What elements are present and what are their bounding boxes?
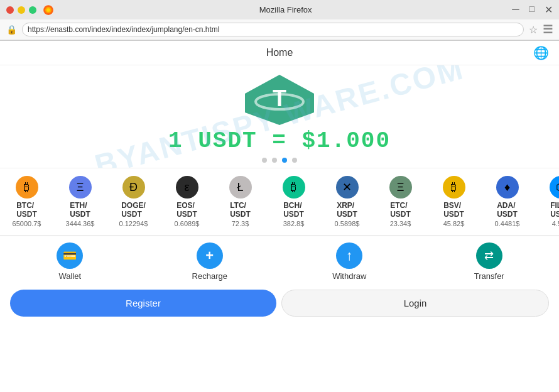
nav-circle-3: ⇄ <box>476 242 502 269</box>
tether-logo: T <box>242 72 317 128</box>
crypto-price: 65000.7$ <box>13 220 41 227</box>
dot-4[interactable] <box>292 158 297 163</box>
crypto-price: 0.5898$ <box>335 220 360 227</box>
crypto-item[interactable]: Ł LTC/USDT 72.3$ <box>214 173 267 230</box>
crypto-item[interactable]: Ξ ETH/USDT 3444.36$ <box>53 173 107 230</box>
crypto-item[interactable]: ₿ BCH/USDT 382.8$ <box>267 173 320 230</box>
crypto-price: 4.59$ <box>552 220 559 227</box>
crypto-icon: ♦ <box>496 176 519 199</box>
svg-text:T: T <box>273 85 286 111</box>
bookmark-icon[interactable]: ☆ <box>529 24 538 36</box>
dot-2[interactable] <box>272 158 277 163</box>
crypto-price: 0.4481$ <box>495 220 520 227</box>
crypto-price: 382.8$ <box>283 220 305 227</box>
crypto-pair: DOGE/USDT <box>121 201 146 219</box>
register-button[interactable]: Register <box>10 290 276 317</box>
crypto-item[interactable]: ₿ BSV/USDT 45.82$ <box>427 173 480 230</box>
nav-label-1: Recharge <box>192 271 227 281</box>
crypto-price: 0.12294$ <box>119 220 148 227</box>
url-input[interactable] <box>22 23 524 36</box>
banner: T 1 USDT = $1.000 <box>0 65 559 168</box>
crypto-icon: Ξ <box>69 176 92 199</box>
banner-text: 1 USDT = $1.000 <box>168 128 391 154</box>
banner-wrapper: T 1 USDT = $1.000 BYANTISPY WARE.COM <box>0 65 559 168</box>
crypto-pair: ADA/USDT <box>497 201 518 219</box>
crypto-pair: XRP/USDT <box>337 201 357 219</box>
crypto-icon: Ð <box>122 176 145 199</box>
window-controls <box>6 6 36 14</box>
crypto-strip: ₿ BTC/USDT 65000.7$ Ξ ETH/USDT 3444.36$ … <box>0 168 559 236</box>
crypto-icon: Ξ <box>389 176 412 199</box>
crypto-icon: Ł <box>229 176 252 199</box>
crypto-pair: ETH/USDT <box>70 201 90 219</box>
nav-item-transfer[interactable]: ⇄ Transfer <box>470 242 508 281</box>
top-nav: Home 🌐 <box>0 41 559 65</box>
crypto-pair: BTC/USDT <box>16 201 37 219</box>
nav-item-recharge[interactable]: + Recharge <box>191 242 229 281</box>
svg-point-2 <box>46 8 50 12</box>
crypto-pair: BSV/USDT <box>443 201 464 219</box>
crypto-pair: LTC/USDT <box>230 201 251 219</box>
dot-1[interactable] <box>262 158 267 163</box>
crypto-pair: FIL/USDT <box>550 201 559 219</box>
crypto-price: 45.82$ <box>443 220 465 227</box>
crypto-pair: BCH/USDT <box>283 201 304 219</box>
minimize-button[interactable] <box>18 6 25 14</box>
minimize-icon[interactable]: ─ <box>512 4 519 16</box>
nav-circle-1: + <box>197 242 223 269</box>
close-button[interactable] <box>6 6 14 14</box>
crypto-icon: ✕ <box>336 176 359 199</box>
title-bar: Mozilla Firefox ─ □ ✕ <box>0 0 559 19</box>
security-icon: 🔒 <box>6 24 17 35</box>
crypto-item[interactable]: ₿ BTC/USDT 65000.7$ <box>0 173 53 230</box>
crypto-item[interactable]: ⬡ FIL/USDT 4.59$ <box>534 173 559 230</box>
maximize-icon[interactable]: □ <box>529 4 535 16</box>
nav-label-3: Transfer <box>474 271 504 281</box>
crypto-price: 3444.36$ <box>66 220 95 227</box>
page-content: Home 🌐 T 1 USDT = $1.000 BYANTISPY WARE.… <box>0 41 559 389</box>
globe-icon[interactable]: 🌐 <box>533 45 549 60</box>
nav-item-withdraw[interactable]: ↑ Withdraw <box>330 242 368 281</box>
banner-dots <box>262 158 297 163</box>
address-bar: 🔒 ☆ ☰ <box>0 19 559 40</box>
menu-icon[interactable]: ☰ <box>543 23 553 36</box>
close-icon[interactable]: ✕ <box>545 4 553 16</box>
login-button[interactable]: Login <box>281 290 549 317</box>
crypto-price: 72.3$ <box>232 220 249 227</box>
action-buttons: Register Login <box>0 285 559 322</box>
crypto-item[interactable]: ✕ XRP/USDT 0.5898$ <box>320 173 374 230</box>
nav-label-0: Wallet <box>58 271 81 281</box>
crypto-icon: ε <box>176 176 198 199</box>
nav-label-2: Withdraw <box>332 271 366 281</box>
browser-title: Mozilla Firefox <box>59 5 512 14</box>
crypto-icon: ₿ <box>443 176 465 199</box>
crypto-pair: EOS/USDT <box>176 201 197 219</box>
crypto-item[interactable]: ε EOS/USDT 0.6089$ <box>160 173 214 230</box>
crypto-item[interactable]: Ð DOGE/USDT 0.12294$ <box>107 173 160 230</box>
bottom-nav: 💳 Wallet + Recharge ↑ Withdraw ⇄ Transfe… <box>0 236 559 285</box>
crypto-icon: ₿ <box>16 176 38 199</box>
crypto-item[interactable]: ♦ ADA/USDT 0.4481$ <box>480 173 534 230</box>
nav-item-wallet[interactable]: 💳 Wallet <box>51 242 89 281</box>
crypto-price: 23.34$ <box>390 220 411 227</box>
nav-circle-2: ↑ <box>336 242 362 269</box>
page-title: Home <box>266 47 293 58</box>
crypto-icon: ₿ <box>283 176 305 199</box>
maximize-button[interactable] <box>29 6 36 14</box>
crypto-price: 0.6089$ <box>175 220 200 227</box>
crypto-icon: ⬡ <box>550 176 560 199</box>
crypto-pair: ETC/USDT <box>390 201 411 219</box>
firefox-icon <box>43 4 54 16</box>
dot-3[interactable] <box>282 158 287 163</box>
crypto-item[interactable]: Ξ ETC/USDT 23.34$ <box>374 173 427 230</box>
browser-chrome: Mozilla Firefox ─ □ ✕ 🔒 ☆ ☰ <box>0 0 559 41</box>
nav-circle-0: 💳 <box>57 242 83 269</box>
